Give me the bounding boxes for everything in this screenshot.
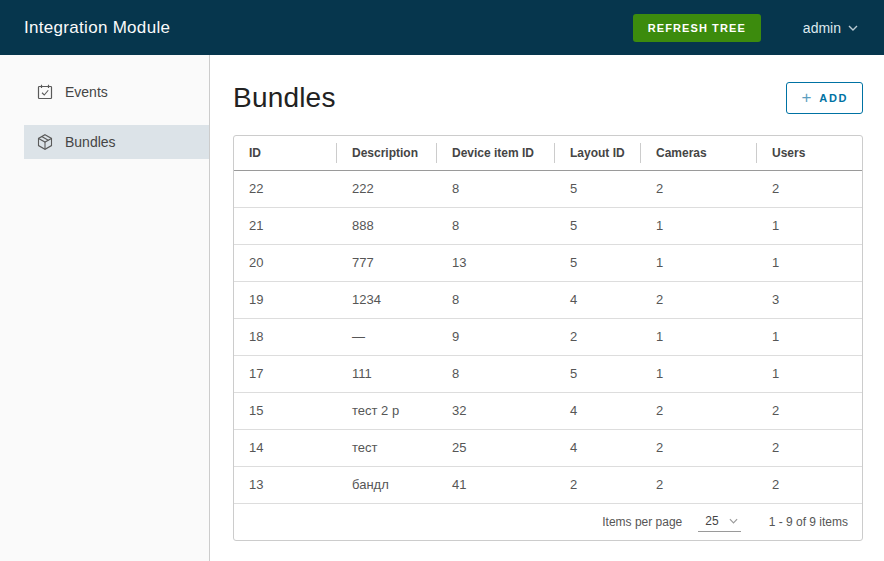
column-header-device-item-id: Device item ID <box>437 136 555 170</box>
items-per-page-label: Items per page <box>602 515 682 529</box>
table-cell: 32 <box>437 392 555 429</box>
table-cell: 5 <box>555 207 641 244</box>
plus-icon: + <box>801 89 811 106</box>
table-cell: 8 <box>437 281 555 318</box>
add-button-label: ADD <box>819 92 848 104</box>
table-cell: 111 <box>337 355 437 392</box>
table-cell: 15 <box>234 392 337 429</box>
table-cell: 25 <box>437 429 555 466</box>
bundles-table: IDDescriptionDevice item IDLayout IDCame… <box>234 136 862 503</box>
table-cell: 888 <box>337 207 437 244</box>
table-cell: 2 <box>757 392 862 429</box>
datagrid-footer: Items per page 25 1 - 9 of 9 items <box>234 503 862 540</box>
table-cell: 21 <box>234 207 337 244</box>
table-cell: 2 <box>641 170 757 207</box>
calendar-check-icon <box>36 83 54 101</box>
table-cell: 1 <box>641 355 757 392</box>
table-cell: 2 <box>641 429 757 466</box>
user-menu-label: admin <box>803 20 841 36</box>
sidebar: Events Bundles <box>0 55 210 561</box>
table-cell: 2 <box>757 466 862 503</box>
column-header-description: Description <box>337 136 437 170</box>
table-row[interactable]: 171118511 <box>234 355 862 392</box>
table-cell: 1 <box>757 318 862 355</box>
table-cell: 22 <box>234 170 337 207</box>
table-cell: 1 <box>757 244 862 281</box>
table-cell: 2 <box>555 466 641 503</box>
table-header-row: IDDescriptionDevice item IDLayout IDCame… <box>234 136 862 170</box>
table-row[interactable]: 18—9211 <box>234 318 862 355</box>
table-cell: 8 <box>437 170 555 207</box>
pagination-range: 1 - 9 of 9 items <box>769 515 848 529</box>
table-cell: 3 <box>757 281 862 318</box>
main-panel: Bundles + ADD IDDescriptionDevice item I… <box>210 55 884 561</box>
table-row[interactable]: 15тест 2 р32422 <box>234 392 862 429</box>
table-cell: 13 <box>437 244 555 281</box>
table-cell: 17 <box>234 355 337 392</box>
cube-icon <box>36 133 54 151</box>
table-cell: 4 <box>555 281 641 318</box>
sidebar-item-events[interactable]: Events <box>24 75 209 109</box>
table-cell: 9 <box>437 318 555 355</box>
table-cell: тест 2 р <box>337 392 437 429</box>
table-cell: 1 <box>757 207 862 244</box>
table-cell: 4 <box>555 429 641 466</box>
sidebar-item-bundles[interactable]: Bundles <box>24 125 209 159</box>
column-header-users: Users <box>757 136 862 170</box>
table-cell: 8 <box>437 355 555 392</box>
table-cell: 14 <box>234 429 337 466</box>
bundles-datagrid: IDDescriptionDevice item IDLayout IDCame… <box>233 135 863 541</box>
table-cell: 20 <box>234 244 337 281</box>
table-cell: 2 <box>641 281 757 318</box>
chevron-down-icon <box>848 25 858 31</box>
table-cell: 5 <box>555 170 641 207</box>
table-cell: 1 <box>757 355 862 392</box>
table-row[interactable]: 222228522 <box>234 170 862 207</box>
page-title: Bundles <box>233 82 336 114</box>
table-cell: 13 <box>234 466 337 503</box>
table-row[interactable]: 1912348423 <box>234 281 862 318</box>
table-row[interactable]: 218888511 <box>234 207 862 244</box>
table-row[interactable]: 13бандл41222 <box>234 466 862 503</box>
user-menu[interactable]: admin <box>803 20 858 36</box>
table-row[interactable]: 2077713511 <box>234 244 862 281</box>
table-body: 2222285222188885112077713511191234842318… <box>234 170 862 503</box>
content-area: Events Bundles Bundles + ADD <box>0 55 884 561</box>
sidebar-item-label: Events <box>65 84 108 100</box>
column-header-cameras: Cameras <box>641 136 757 170</box>
table-cell: — <box>337 318 437 355</box>
refresh-tree-button[interactable]: REFRESH TREE <box>633 14 761 42</box>
table-cell: 2 <box>757 429 862 466</box>
app-title: Integration Module <box>24 18 170 38</box>
items-per-page-value: 25 <box>705 514 718 528</box>
items-per-page-select[interactable]: 25 <box>698 512 740 532</box>
table-cell: тест <box>337 429 437 466</box>
column-header-id: ID <box>234 136 337 170</box>
table-cell: 1 <box>641 318 757 355</box>
sidebar-item-label: Bundles <box>65 134 116 150</box>
table-cell: 5 <box>555 355 641 392</box>
app-header: Integration Module REFRESH TREE admin <box>0 0 884 55</box>
table-cell: 19 <box>234 281 337 318</box>
table-cell: 4 <box>555 392 641 429</box>
table-cell: 777 <box>337 244 437 281</box>
table-cell: 5 <box>555 244 641 281</box>
table-cell: бандл <box>337 466 437 503</box>
table-cell: 2 <box>641 466 757 503</box>
title-row: Bundles + ADD <box>233 82 863 114</box>
add-button[interactable]: + ADD <box>786 82 863 114</box>
table-cell: 1 <box>641 207 757 244</box>
table-cell: 41 <box>437 466 555 503</box>
table-cell: 2 <box>757 170 862 207</box>
table-cell: 222 <box>337 170 437 207</box>
table-cell: 2 <box>555 318 641 355</box>
column-header-layout-id: Layout ID <box>555 136 641 170</box>
chevron-down-icon <box>729 518 738 524</box>
table-row[interactable]: 14тест25422 <box>234 429 862 466</box>
table-cell: 2 <box>641 392 757 429</box>
table-cell: 1234 <box>337 281 437 318</box>
table-cell: 1 <box>641 244 757 281</box>
table-cell: 18 <box>234 318 337 355</box>
table-cell: 8 <box>437 207 555 244</box>
